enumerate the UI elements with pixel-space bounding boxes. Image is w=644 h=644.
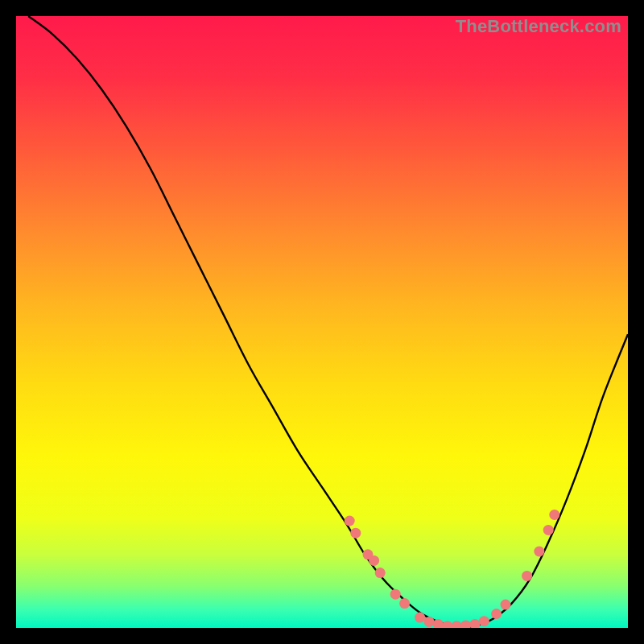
curve-marker bbox=[369, 555, 379, 566]
curve-marker bbox=[345, 516, 355, 526]
curve-marker bbox=[501, 600, 511, 610]
watermark-text: TheBottleneck.com bbox=[456, 16, 621, 37]
curve-marker bbox=[522, 571, 532, 581]
curve-marker bbox=[390, 589, 401, 600]
chart-svg bbox=[16, 16, 628, 628]
gradient-background bbox=[16, 16, 628, 628]
curve-marker bbox=[375, 568, 386, 578]
curve-marker bbox=[415, 613, 425, 623]
curve-marker bbox=[534, 547, 544, 557]
curve-marker bbox=[549, 510, 559, 520]
curve-marker bbox=[543, 525, 554, 535]
chart-frame: TheBottleneck.com bbox=[16, 16, 628, 628]
curve-marker bbox=[491, 609, 502, 619]
curve-marker bbox=[350, 528, 361, 539]
curve-marker bbox=[479, 616, 489, 626]
curve-marker bbox=[424, 617, 435, 627]
curve-marker bbox=[399, 598, 410, 609]
